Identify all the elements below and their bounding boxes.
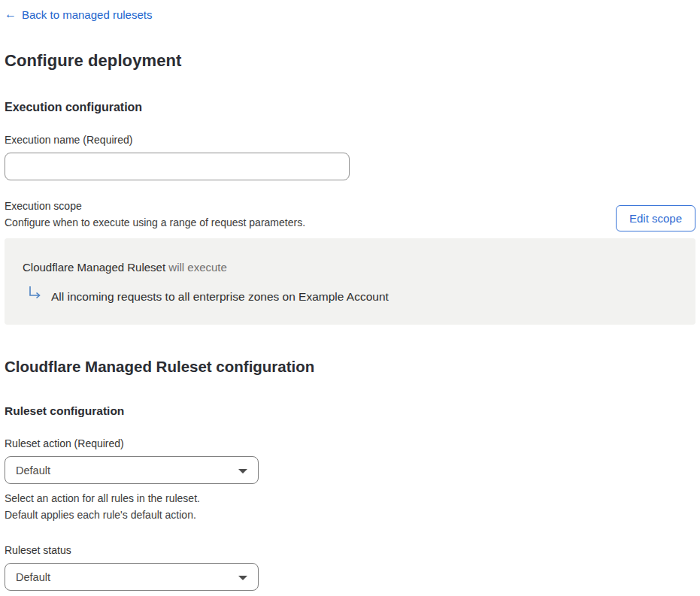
scope-summary-detail: All incoming requests to all enterprise …: [23, 286, 677, 304]
back-to-managed-rulesets-link[interactable]: ← Back to managed rulesets: [5, 8, 152, 21]
ruleset-action-selected-value: Default: [16, 464, 50, 476]
edit-scope-button[interactable]: Edit scope: [616, 205, 695, 231]
scope-summary-box: Cloudflare Managed Ruleset will execute …: [5, 238, 695, 325]
chevron-down-icon: [238, 576, 247, 580]
ruleset-action-help-line2: Default applies each rule's default acti…: [5, 507, 695, 523]
scope-ruleset-name: Cloudflare Managed Ruleset: [23, 261, 165, 274]
configure-deployment-page: ← Back to managed rulesets Configure dep…: [0, 0, 700, 596]
chevron-down-icon: [238, 469, 247, 473]
ruleset-status-select[interactable]: Default: [5, 563, 259, 591]
ruleset-configuration-subheading: Ruleset configuration: [5, 404, 695, 418]
ruleset-action-select[interactable]: Default: [5, 456, 259, 484]
ruleset-configuration-page-heading: Cloudflare Managed Ruleset configuration: [5, 358, 695, 376]
execution-scope-row: Execution scope Configure when to execut…: [5, 200, 695, 231]
down-right-arrow-icon: [27, 286, 42, 304]
ruleset-status-label: Ruleset status: [5, 544, 695, 556]
scope-summary-headline: Cloudflare Managed Ruleset will execute: [23, 261, 677, 274]
execution-name-input[interactable]: [5, 153, 350, 180]
ruleset-action-label: Ruleset action (Required): [5, 437, 695, 449]
scope-verb: will execute: [165, 261, 227, 274]
ruleset-action-help: Select an action for all rules in the ru…: [5, 490, 695, 523]
ruleset-action-help-line1: Select an action for all rules in the ru…: [5, 490, 695, 507]
execution-name-label: Execution name (Required): [5, 134, 695, 146]
ruleset-status-selected-value: Default: [16, 571, 50, 583]
execution-scope-label: Execution scope: [5, 200, 305, 212]
page-title: Configure deployment: [5, 51, 695, 71]
execution-scope-description: Configure when to execute using a range …: [5, 216, 305, 228]
execution-configuration-heading: Execution configuration: [5, 101, 695, 114]
back-link-label: Back to managed rulesets: [22, 8, 152, 21]
scope-text: All incoming requests to all enterprise …: [51, 290, 389, 304]
back-arrow-icon: ←: [5, 8, 17, 20]
execution-scope-text-group: Execution scope Configure when to execut…: [5, 200, 305, 228]
